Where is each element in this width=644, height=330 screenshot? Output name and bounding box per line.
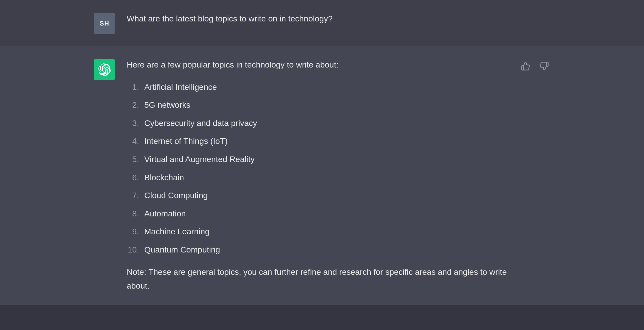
list-item-text: Virtual and Augmented Reality xyxy=(144,152,255,166)
user-message-row: SH What are the latest blog topics to wr… xyxy=(0,0,644,46)
intro-text: Here are a few popular topics in technol… xyxy=(127,58,508,72)
thumbs-down-icon xyxy=(540,61,549,71)
list-item-text: Cloud Computing xyxy=(144,188,208,203)
list-item: 2.5G networks xyxy=(127,98,508,112)
list-number: 7. xyxy=(127,188,144,203)
list-item-text: Internet of Things (IoT) xyxy=(144,134,228,148)
list-number: 8. xyxy=(127,207,144,221)
list-number: 3. xyxy=(127,116,144,130)
assistant-message-wrapper: Here are a few popular topics in technol… xyxy=(127,58,550,293)
list-item-text: Machine Learning xyxy=(144,225,210,239)
assistant-message-content: Here are a few popular topics in technol… xyxy=(127,58,508,293)
user-message-content: What are the latest blog topics to write… xyxy=(127,12,550,26)
note-text: Note: These are general topics, you can … xyxy=(127,265,508,293)
list-item-text: Cybersecurity and data privacy xyxy=(144,116,257,130)
list-item-text: Quantum Computing xyxy=(144,243,220,257)
list-number: 2. xyxy=(127,98,144,112)
list-item: 7.Cloud Computing xyxy=(127,188,508,203)
list-item: 8.Automation xyxy=(127,207,508,221)
list-item: 6.Blockchain xyxy=(127,171,508,185)
list-item-text: Artificial Intelligence xyxy=(144,80,217,94)
user-initials: SH xyxy=(100,20,109,27)
list-number: 5. xyxy=(127,152,144,166)
topics-list: 1.Artificial Intelligence2.5G networks3.… xyxy=(127,80,508,257)
list-item: 4.Internet of Things (IoT) xyxy=(127,134,508,148)
list-item-text: Blockchain xyxy=(144,171,184,185)
assistant-avatar xyxy=(94,59,115,80)
assistant-message-text: Here are a few popular topics in technol… xyxy=(127,58,508,293)
list-item: 5.Virtual and Augmented Reality xyxy=(127,152,508,166)
user-avatar: SH xyxy=(94,13,115,34)
chat-container: SH What are the latest blog topics to wr… xyxy=(0,0,644,305)
message-actions xyxy=(508,58,550,72)
list-number: 4. xyxy=(127,134,144,148)
list-item-text: Automation xyxy=(144,207,186,221)
list-item: 1.Artificial Intelligence xyxy=(127,80,508,94)
list-item: 9.Machine Learning xyxy=(127,225,508,239)
user-message-text: What are the latest blog topics to write… xyxy=(127,12,550,26)
list-number: 9. xyxy=(127,225,144,239)
assistant-message-row: Here are a few popular topics in technol… xyxy=(0,46,644,305)
list-item-text: 5G networks xyxy=(144,98,190,112)
list-item: 10.Quantum Computing xyxy=(127,243,508,257)
list-number: 10. xyxy=(127,243,144,257)
list-number: 6. xyxy=(127,171,144,185)
thumbs-up-button[interactable] xyxy=(520,60,531,72)
thumbs-down-button[interactable] xyxy=(538,60,550,72)
list-number: 1. xyxy=(127,80,144,94)
thumbs-up-icon xyxy=(521,61,530,71)
chatgpt-logo-icon xyxy=(98,63,111,76)
list-item: 3.Cybersecurity and data privacy xyxy=(127,116,508,130)
